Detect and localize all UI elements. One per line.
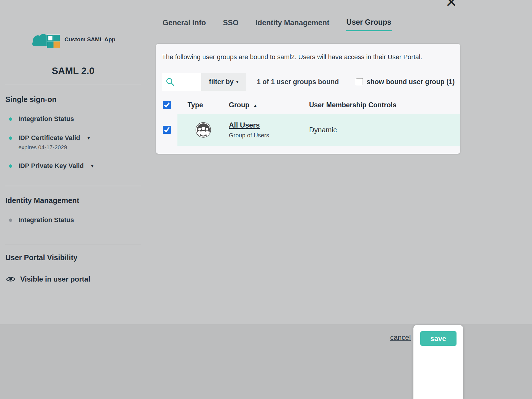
select-all-checkbox[interactable] <box>163 101 171 109</box>
visible-in-user-portal-label: Visible in user portal <box>20 275 90 283</box>
divider <box>5 186 141 186</box>
column-header-group-label: Group <box>229 101 249 109</box>
tab-user-groups[interactable]: User Groups <box>346 18 392 31</box>
membership-value: Dynamic <box>309 126 460 134</box>
table-row: All Users Group of Users Dynamic <box>156 114 460 146</box>
sidebar-item-label: Integration Status <box>18 115 74 123</box>
sidebar: Custom SAML App SAML 2.0 Single sign-on … <box>0 0 146 324</box>
group-subtitle: Group of Users <box>229 132 309 139</box>
sidebar-item-label: IDP Private Key Valid <box>18 162 84 170</box>
tab-bar: General Info SSO Identity Management Use… <box>162 18 461 31</box>
sidebar-item-idp-private-key-valid[interactable]: IDP Private Key Valid ▾ <box>9 162 141 170</box>
status-dot-icon <box>9 219 12 222</box>
sidebar-item-label: Integration Status <box>18 216 74 224</box>
divider <box>5 244 141 244</box>
show-bound-toggle[interactable]: show bound user group (1) <box>356 78 455 86</box>
user-groups-panel: The following user groups are bound to s… <box>156 44 460 154</box>
sidebar-item-im-integration-status: Integration Status <box>9 216 141 224</box>
user-group-avatar-icon <box>196 122 211 138</box>
status-dot-icon <box>9 136 12 140</box>
filter-by-label: filter by <box>209 78 234 86</box>
user-groups-table: Type Group ▲ User Membership Controls <box>156 98 460 146</box>
custom-saml-app-logo-icon <box>31 30 62 49</box>
sidebar-heading-identity-management: Identity Management <box>5 196 141 205</box>
group-cell: All Users Group of Users <box>229 121 309 139</box>
close-icon[interactable]: ✕ <box>445 0 457 10</box>
sidebar-item-idp-certificate-valid[interactable]: IDP Certificate Valid ▾ <box>9 134 141 142</box>
cancel-link[interactable]: cancel <box>390 333 411 342</box>
column-header-type: Type <box>177 101 229 109</box>
column-header-group[interactable]: Group ▲ <box>229 101 309 109</box>
chevron-down-icon: ▾ <box>236 79 238 84</box>
search-icon <box>166 77 174 86</box>
table-header-row: Type Group ▲ User Membership Controls <box>156 98 460 112</box>
sidebar-heading-user-portal-visibility: User Portal Visibility <box>5 253 141 262</box>
chevron-down-icon: ▾ <box>91 163 94 169</box>
tab-sso[interactable]: SSO <box>222 18 239 31</box>
panel-description: The following user groups are bound to s… <box>162 53 454 61</box>
show-bound-label: show bound user group (1) <box>367 78 455 86</box>
bound-summary: 1 of 1 user groups bound <box>257 78 339 86</box>
save-card: save <box>413 325 463 399</box>
chevron-down-icon: ▾ <box>87 135 90 141</box>
footer-bar: cancel save <box>0 324 532 399</box>
sidebar-item-label: IDP Certificate Valid <box>18 134 80 142</box>
tab-general-info[interactable]: General Info <box>162 18 207 31</box>
eye-icon <box>6 276 15 283</box>
save-button[interactable]: save <box>420 331 457 346</box>
divider <box>5 85 141 85</box>
tab-identity-management[interactable]: Identity Management <box>255 18 330 31</box>
search-input[interactable] <box>176 76 199 88</box>
sidebar-item-sso-integration-status: Integration Status <box>9 115 141 123</box>
sort-ascending-icon: ▲ <box>253 103 257 108</box>
sidebar-heading-single-sign-on: Single sign-on <box>5 95 141 104</box>
app-logo-row: Custom SAML App <box>31 30 141 49</box>
column-header-membership: User Membership Controls <box>309 101 460 109</box>
group-name-link[interactable]: All Users <box>229 121 260 129</box>
status-dot-icon <box>9 164 12 168</box>
toolbar: filter by ▾ 1 of 1 user groups bound sho… <box>162 73 455 91</box>
status-dot-icon <box>9 117 12 121</box>
row-checkbox[interactable] <box>163 126 171 134</box>
certificate-expiry-label: expires 04-17-2029 <box>18 144 141 151</box>
user-portal-visibility-status: Visible in user portal <box>6 275 141 283</box>
search-filter-group: filter by ▾ <box>162 73 246 91</box>
show-bound-checkbox[interactable] <box>356 78 363 85</box>
app-name-label: Custom SAML App <box>64 36 115 43</box>
filter-by-button[interactable]: filter by ▾ <box>201 73 246 91</box>
search-box <box>162 73 201 91</box>
protocol-title: SAML 2.0 <box>5 65 141 76</box>
main-panel: General Info SSO Identity Management Use… <box>156 18 461 154</box>
